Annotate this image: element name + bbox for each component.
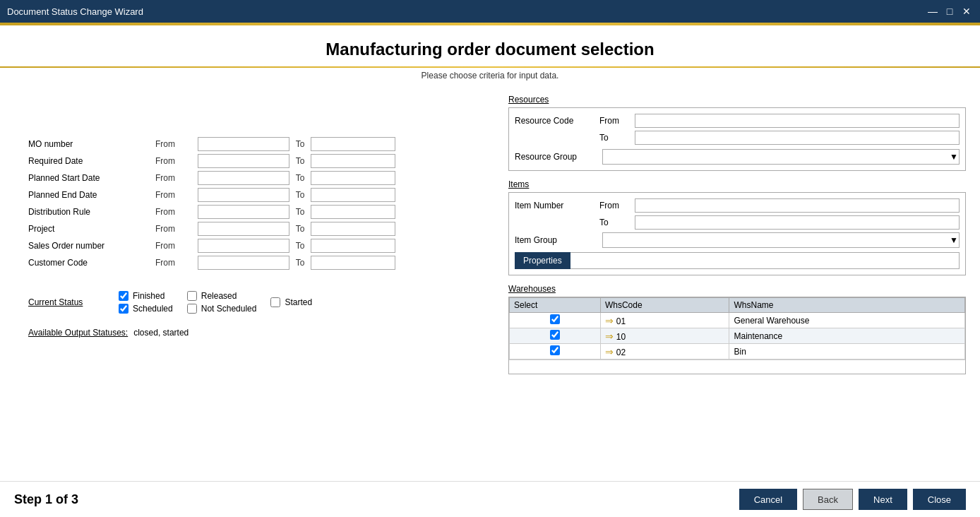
customer-code-to-label: To xyxy=(289,258,311,268)
warehouse-code: ⇒ 10 xyxy=(600,328,729,344)
warehouse-name: Bin xyxy=(729,344,965,359)
step-label: Step 1 of 3 xyxy=(14,492,78,507)
started-checkbox[interactable] xyxy=(270,297,280,307)
warehouses-col-name: WhsName xyxy=(729,298,965,313)
sales-order-to-input[interactable] xyxy=(311,239,395,253)
released-checkbox[interactable] xyxy=(187,291,197,301)
arrow-icon: ⇒ xyxy=(605,331,616,342)
project-from-input[interactable] xyxy=(198,222,289,236)
planned-start-date-to-input[interactable] xyxy=(311,171,395,185)
minimize-button[interactable]: — xyxy=(926,5,939,18)
planned-start-date-from-input[interactable] xyxy=(198,171,289,185)
required-date-label: Required Date xyxy=(28,156,155,166)
sales-order-from-input[interactable] xyxy=(198,239,289,253)
maximize-button[interactable]: □ xyxy=(943,5,956,18)
warehouse-code: ⇒ 02 xyxy=(600,344,729,359)
planned-end-date-to-label: To xyxy=(289,190,311,200)
warehouses-col-select: Select xyxy=(510,298,601,313)
customer-code-to-input[interactable] xyxy=(311,256,395,270)
planned-end-date-label: Planned End Date xyxy=(28,190,155,200)
item-number-to-label: To xyxy=(599,218,635,227)
warehouse-code: ⇒ 01 xyxy=(600,313,729,328)
mo-number-label: MO number xyxy=(28,139,155,149)
planned-start-date-label: Planned Start Date xyxy=(28,173,155,183)
project-from-label: From xyxy=(155,224,198,234)
released-label: Released xyxy=(201,291,237,301)
current-status-label: Current Status xyxy=(28,297,113,307)
resource-group-select[interactable] xyxy=(602,149,960,165)
customer-code-label: Customer Code xyxy=(28,258,155,268)
project-label: Project xyxy=(28,224,155,234)
resource-code-to-label: To xyxy=(599,133,635,143)
arrow-icon: ⇒ xyxy=(605,315,616,326)
warehouse-checkbox-1[interactable] xyxy=(550,330,560,340)
item-number-to-input[interactable] xyxy=(635,215,960,230)
sales-order-to-label: To xyxy=(289,241,311,251)
available-output-value: closed, started xyxy=(133,328,189,338)
not-scheduled-checkbox[interactable] xyxy=(187,304,197,314)
back-button[interactable]: Back xyxy=(803,489,853,510)
available-output-label: Available Output Statuses: xyxy=(28,328,128,338)
project-to-input[interactable] xyxy=(311,222,395,236)
distribution-rule-from-label: From xyxy=(155,207,198,217)
mo-number-to-label: To xyxy=(289,139,311,149)
not-scheduled-label: Not Scheduled xyxy=(201,304,257,314)
finished-checkbox[interactable] xyxy=(119,291,129,301)
sales-order-label: Sales Order number xyxy=(28,241,155,251)
next-button[interactable]: Next xyxy=(859,489,907,510)
distribution-rule-to-label: To xyxy=(289,207,311,217)
table-row: ⇒ 10Maintenance xyxy=(510,328,965,344)
resources-title: Resources xyxy=(508,95,966,105)
finished-label: Finished xyxy=(133,291,165,301)
item-group-select[interactable] xyxy=(602,232,960,248)
items-title: Items xyxy=(508,179,966,189)
resource-group-label: Resource Group xyxy=(515,152,599,162)
item-number-from-input[interactable] xyxy=(635,198,960,213)
mo-number-from-input[interactable] xyxy=(198,137,289,151)
item-number-from-label: From xyxy=(599,201,635,210)
item-group-label: Item Group xyxy=(515,235,599,245)
started-label: Started xyxy=(285,297,312,307)
customer-code-from-label: From xyxy=(155,258,198,268)
project-to-label: To xyxy=(289,224,311,234)
warehouses-col-code: WhsCode xyxy=(600,298,729,313)
warehouses-title: Warehouses xyxy=(508,284,966,294)
planned-end-date-from-input[interactable] xyxy=(198,188,289,202)
table-row: ⇒ 01General Warehouse xyxy=(510,313,965,328)
cancel-button[interactable]: Cancel xyxy=(739,489,797,510)
close-window-button[interactable]: ✕ xyxy=(960,5,973,18)
scheduled-checkbox[interactable] xyxy=(119,304,129,314)
resource-code-to-input[interactable] xyxy=(635,131,960,145)
warehouse-checkbox-0[interactable] xyxy=(550,314,560,324)
distribution-rule-label: Distribution Rule xyxy=(28,207,155,217)
mo-number-to-input[interactable] xyxy=(311,137,395,151)
distribution-rule-from-input[interactable] xyxy=(198,205,289,219)
planned-end-date-from-label: From xyxy=(155,190,198,200)
resource-code-from-label: From xyxy=(599,116,635,126)
item-number-label: Item Number xyxy=(515,201,599,210)
arrow-icon: ⇒ xyxy=(605,346,616,357)
warehouses-table: Select WhsCode WhsName ⇒ 01General Wareh… xyxy=(509,297,965,359)
resource-code-from-input[interactable] xyxy=(635,114,960,128)
distribution-rule-to-input[interactable] xyxy=(311,205,395,219)
resource-code-label: Resource Code xyxy=(515,116,599,126)
required-date-to-input[interactable] xyxy=(311,154,395,168)
required-date-from-input[interactable] xyxy=(198,154,289,168)
planned-start-date-to-label: To xyxy=(289,173,311,183)
close-button[interactable]: Close xyxy=(913,489,966,510)
warehouse-checkbox-2[interactable] xyxy=(550,345,560,355)
properties-input[interactable] xyxy=(570,252,960,269)
required-date-to-label: To xyxy=(289,156,311,166)
scheduled-label: Scheduled xyxy=(133,304,173,314)
planned-start-date-from-label: From xyxy=(155,173,198,183)
page-title: Manufacturing order document selection xyxy=(0,40,980,59)
warehouse-name: General Warehouse xyxy=(729,313,965,328)
customer-code-from-input[interactable] xyxy=(198,256,289,270)
mo-number-from-label: From xyxy=(155,139,198,149)
warehouse-name: Maintenance xyxy=(729,328,965,344)
planned-end-date-to-input[interactable] xyxy=(311,188,395,202)
window-title: Document Status Change Wizard xyxy=(7,6,143,17)
sales-order-from-label: From xyxy=(155,241,198,251)
properties-button[interactable]: Properties xyxy=(515,252,570,269)
table-row: ⇒ 02Bin xyxy=(510,344,965,359)
